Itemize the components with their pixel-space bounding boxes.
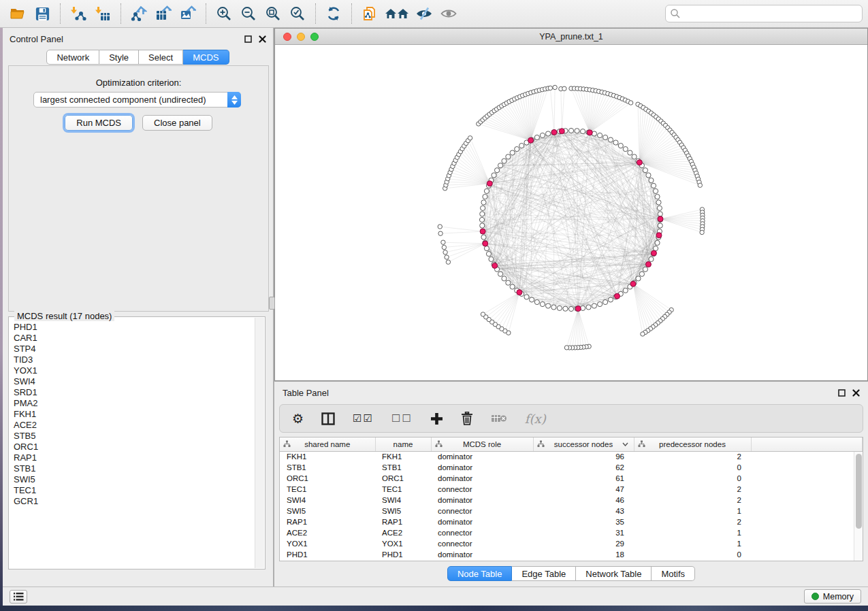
mcds-result-item[interactable]: ACE2 [14,420,255,431]
export-table-button[interactable] [151,2,176,25]
network-node[interactable] [438,225,442,229]
network-node[interactable] [592,303,596,308]
tab-node-table[interactable]: Node Table [447,566,513,581]
mcds-result-item[interactable]: STB1 [14,463,255,474]
column-header-shared-name[interactable]: shared name [280,437,375,451]
network-node[interactable] [580,129,585,134]
network-node[interactable] [562,86,566,90]
table-row[interactable]: ORC1ORC1dominator610 [280,473,863,484]
network-node[interactable] [564,346,568,350]
mcds-result-item[interactable]: GCR1 [14,496,255,507]
mcds-dominator-node[interactable] [651,250,656,256]
tab-mcds[interactable]: MCDS [183,50,229,65]
mcds-result-item[interactable]: TEC1 [14,485,255,496]
close-panel-icon[interactable] [259,35,266,43]
network-node[interactable] [551,305,556,310]
network-node[interactable] [524,295,529,299]
hide-selected-button[interactable] [412,2,436,25]
network-node[interactable] [657,205,662,210]
close-panel-icon[interactable] [852,389,860,397]
network-window-titlebar[interactable]: YPA_prune.txt_1 [275,29,867,45]
network-node[interactable] [484,188,489,193]
show-columns-icon[interactable] [321,412,335,425]
network-node[interactable] [608,137,613,142]
network-node[interactable] [598,301,602,306]
network-node[interactable] [442,245,446,249]
network-node[interactable] [649,178,654,182]
network-node[interactable] [506,154,511,159]
table-row[interactable]: SWI5SWI5connector431 [280,506,863,516]
network-node[interactable] [658,223,662,228]
mcds-result-scrollbar[interactable] [255,318,264,568]
mcds-dominator-node[interactable] [480,229,485,234]
network-node[interactable] [698,183,702,187]
network-node[interactable] [553,85,557,89]
network-node[interactable] [603,135,608,139]
network-node[interactable] [700,230,704,234]
network-node[interactable] [445,255,449,259]
network-node[interactable] [510,284,515,289]
network-node[interactable] [502,159,507,163]
network-node[interactable] [636,276,641,281]
mcds-result-item[interactable]: PHD1 [14,322,255,333]
table-scrollbar[interactable] [854,452,863,561]
tab-network-table[interactable]: Network Table [576,566,652,581]
network-node[interactable] [483,194,487,199]
network-node[interactable] [441,240,445,244]
mcds-dominator-node[interactable] [637,160,642,165]
network-node[interactable] [480,223,485,228]
delete-column-icon[interactable] [461,412,473,425]
export-image-button[interactable] [176,2,200,25]
mcds-dominator-node[interactable] [587,130,592,135]
network-node[interactable] [575,129,579,133]
network-node[interactable] [628,101,632,105]
select-all-columns-icon[interactable]: ☑☑ [353,414,374,424]
network-node[interactable] [446,260,450,264]
export-network-button[interactable] [127,2,151,25]
network-node[interactable] [646,173,651,178]
mcds-dominator-node[interactable] [528,137,534,143]
network-node[interactable] [492,173,496,178]
network-node[interactable] [651,183,656,188]
network-node[interactable] [481,200,486,205]
table-row[interactable]: TEC1TEC1connector472 [280,484,863,495]
mcds-result-item[interactable]: SRD1 [14,387,255,398]
network-node[interactable] [443,250,447,254]
network-node[interactable] [519,143,524,148]
network-node[interactable] [658,212,662,216]
network-node[interactable] [502,276,507,281]
mcds-dominator-node[interactable] [517,290,522,295]
network-node[interactable] [643,267,647,271]
import-network-button[interactable] [66,2,91,25]
network-node[interactable] [656,200,661,205]
zoom-in-button[interactable] [212,2,236,25]
mcds-result-item[interactable]: TID3 [14,354,255,365]
network-node[interactable] [494,168,499,173]
tab-edge-table[interactable]: Edge Table [512,566,576,581]
network-node[interactable] [510,150,515,155]
network-node[interactable] [623,146,628,151]
network-node[interactable] [545,131,550,136]
network-node[interactable] [655,194,660,199]
column-header-successor-nodes[interactable]: successor nodes [533,437,634,451]
column-header-mcds-role[interactable]: MCDS role [431,437,533,451]
mcds-dominator-node[interactable] [492,263,498,268]
table-scrollbar-thumb[interactable] [856,454,862,529]
network-node[interactable] [655,240,660,245]
network-node[interactable] [623,288,628,293]
network-node[interactable] [545,303,550,308]
network-node[interactable] [498,163,502,168]
network-node[interactable] [632,154,637,159]
network-node[interactable] [598,133,602,137]
network-node[interactable] [641,332,645,336]
mcds-dominator-node[interactable] [630,281,636,286]
table-row[interactable]: RAP1RAP1dominator352 [280,516,863,527]
network-node[interactable] [548,86,552,90]
run-mcds-button[interactable]: Run MCDS [65,115,133,131]
network-node[interactable] [480,212,485,216]
network-node[interactable] [479,217,484,222]
network-node[interactable] [484,246,489,251]
tab-network[interactable]: Network [46,50,99,65]
import-table-button[interactable] [91,2,115,25]
close-panel-button[interactable]: Close panel [142,115,212,131]
